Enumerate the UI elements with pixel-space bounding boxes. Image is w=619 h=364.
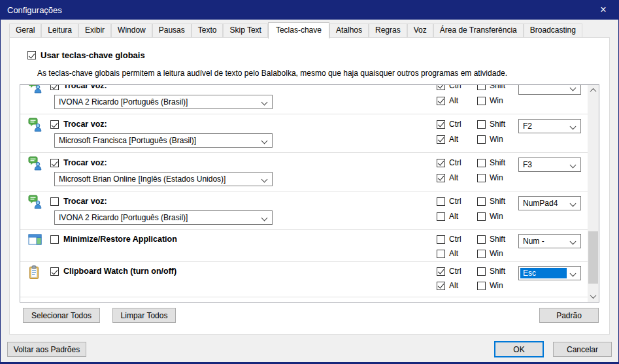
win-checkbox[interactable] (477, 212, 486, 221)
close-icon[interactable]: × (588, 0, 618, 20)
voice-select[interactable]: Microsoft Francisca [Português (Brasil)] (54, 133, 273, 148)
hotkey-list: Trocar voz: IVONA 2 Ricardo [Português (… (20, 84, 599, 303)
key-select[interactable]: NumPad4 (518, 196, 581, 210)
alt-checkbox[interactable] (437, 212, 445, 221)
alt-checkbox-group: Alt (437, 96, 458, 105)
cancel-button[interactable]: Cancelar (553, 342, 612, 357)
hotkey-enabled-checkbox[interactable] (50, 235, 59, 244)
restore-defaults-button[interactable]: Voltar aos Padrões (7, 342, 86, 357)
key-select[interactable]: Num - (518, 234, 581, 248)
key-select-value: Num - (523, 237, 566, 246)
hotkey-rows: Trocar voz: IVONA 2 Ricardo [Português (… (20, 85, 588, 297)
ctrl-checkbox[interactable] (437, 197, 445, 206)
ok-button[interactable]: OK (494, 341, 544, 357)
voice-change-icon (28, 118, 42, 132)
alt-label: Alt (449, 135, 458, 144)
key-select[interactable]: F3 (518, 157, 581, 172)
voice-change-icon (28, 84, 42, 93)
shift-checkbox[interactable] (477, 235, 486, 244)
alt-label: Alt (449, 212, 458, 221)
tab-pausas[interactable]: Pausas (152, 24, 192, 37)
chevron-down-icon (261, 176, 268, 183)
window-title: Configurações (1, 5, 62, 15)
win-label: Win (490, 96, 503, 105)
shift-label: Shift (490, 267, 505, 276)
win-checkbox-group: Win (477, 212, 503, 221)
hotkey-row: Clipboard Watch (turn on/off) Ctrl Shift… (20, 262, 588, 297)
hotkey-enabled-checkbox[interactable] (50, 267, 59, 276)
alt-label: Alt (449, 173, 458, 182)
vertical-scrollbar[interactable] (588, 85, 599, 302)
win-label: Win (490, 135, 503, 144)
voice-select[interactable]: Microsoft Brian Online [Inglês (Estados … (54, 172, 273, 186)
chevron-down-icon (570, 239, 577, 245)
alt-checkbox[interactable] (437, 135, 445, 144)
scroll-down-icon[interactable] (588, 291, 599, 302)
alt-checkbox[interactable] (437, 97, 445, 105)
use-global-hotkeys-checkbox[interactable] (27, 51, 36, 59)
shift-checkbox[interactable] (477, 267, 486, 276)
voice-select-value: Microsoft Brian Online [Inglês (Estados … (59, 174, 258, 184)
hotkey-label: Trocar voz: (63, 120, 107, 129)
hotkey-row: Minimize/Restore Application Ctrl Shift … (20, 230, 588, 262)
ctrl-label: Ctrl (449, 235, 461, 244)
shift-checkbox[interactable] (477, 120, 486, 129)
tab-skip-text[interactable]: Skip Text (223, 24, 267, 37)
alt-checkbox[interactable] (437, 282, 445, 290)
use-global-hotkeys-label: Usar teclas-chave globais (41, 50, 145, 60)
voice-select-value: Microsoft Francisca [Português (Brasil)] (59, 136, 258, 145)
ctrl-checkbox[interactable] (437, 235, 445, 244)
ctrl-checkbox[interactable] (437, 84, 445, 90)
tab-teclas-chave[interactable]: Teclas-chave (268, 22, 329, 39)
shift-checkbox[interactable] (477, 159, 486, 167)
win-checkbox[interactable] (477, 97, 486, 105)
hotkey-enabled-checkbox[interactable] (50, 197, 59, 206)
tab-leitura[interactable]: Leitura (41, 24, 78, 37)
ctrl-checkbox-group: Ctrl (437, 197, 461, 206)
tab-window[interactable]: Window (111, 24, 152, 37)
voice-select-value: IVONA 2 Ricardo [Português (Brasil)] (59, 97, 258, 107)
shift-checkbox[interactable] (477, 84, 486, 90)
voice-select[interactable]: IVONA 2 Ricardo [Português (Brasil)] (54, 210, 273, 225)
tab-texto[interactable]: Texto (192, 24, 224, 37)
tab--rea-de-transfer-ncia[interactable]: Área de Transferência (433, 24, 524, 37)
win-checkbox[interactable] (477, 250, 486, 258)
tab-page-teclas-chave: Usar teclas-chave globais As teclas-chav… (9, 37, 610, 335)
shift-label: Shift (490, 84, 505, 90)
clear-all-button[interactable]: Limpar Todos (112, 308, 176, 323)
win-label: Win (490, 281, 503, 290)
hotkey-enabled-checkbox[interactable] (50, 84, 59, 90)
tab-broadcasting[interactable]: Broadcasting (524, 24, 582, 37)
tab-exibir[interactable]: Exibir (78, 24, 111, 37)
voice-change-icon (28, 156, 42, 171)
chevron-down-icon (570, 162, 577, 169)
voice-select[interactable]: IVONA 2 Ricardo [Português (Brasil)] (54, 95, 273, 109)
ctrl-checkbox[interactable] (437, 159, 445, 167)
tab-atalhos[interactable]: Atalhos (329, 24, 369, 37)
tab-geral[interactable]: Geral (9, 24, 41, 37)
alt-checkbox[interactable] (437, 250, 445, 258)
key-select[interactable]: Esc (518, 266, 581, 280)
default-button[interactable]: Padrão (539, 308, 599, 323)
select-all-button[interactable]: Selecionar Todos (23, 308, 100, 323)
win-checkbox[interactable] (477, 282, 486, 290)
tab-voz[interactable]: Voz (407, 24, 433, 37)
alt-checkbox[interactable] (437, 174, 445, 182)
win-checkbox[interactable] (477, 174, 486, 182)
scrollbar-thumb[interactable] (588, 231, 598, 284)
scroll-up-icon[interactable] (588, 85, 599, 96)
win-checkbox[interactable] (477, 135, 486, 144)
key-select[interactable]: F2 (518, 119, 581, 133)
alt-label: Alt (449, 249, 458, 258)
shift-checkbox-group: Shift (477, 267, 505, 276)
key-select-value: F3 (523, 160, 566, 169)
hotkey-enabled-checkbox[interactable] (50, 120, 59, 129)
tab-regras[interactable]: Regras (369, 24, 407, 37)
global-hotkeys-description: As teclas-chave globais permitem a leitu… (37, 69, 507, 78)
ctrl-checkbox[interactable] (437, 267, 445, 276)
ctrl-checkbox[interactable] (437, 120, 445, 129)
shift-checkbox[interactable] (477, 197, 486, 206)
hotkey-enabled-checkbox[interactable] (50, 159, 59, 167)
key-select[interactable] (518, 84, 581, 95)
alt-checkbox-group: Alt (437, 249, 458, 258)
